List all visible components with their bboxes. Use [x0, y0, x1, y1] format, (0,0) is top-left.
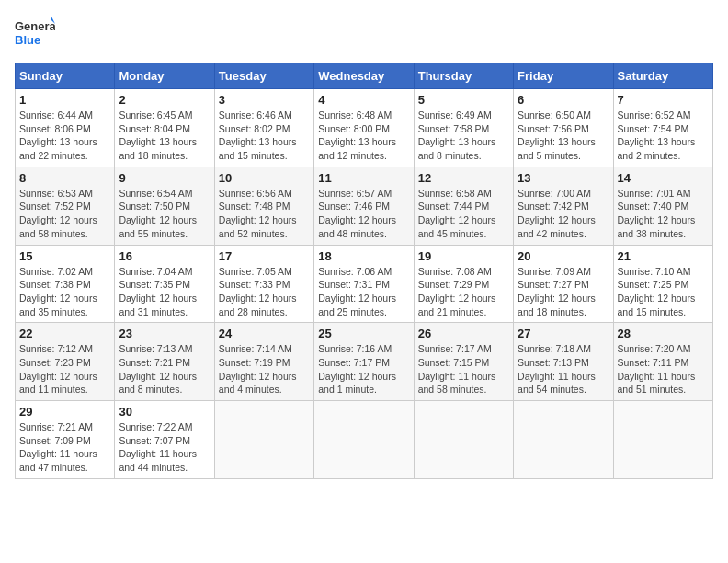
day-number: 16: [119, 249, 210, 263]
calendar-cell: [414, 401, 513, 479]
day-info: Sunrise: 7:14 AM Sunset: 7:19 PM Dayligh…: [219, 342, 310, 396]
calendar-cell: 21Sunrise: 7:10 AM Sunset: 7:25 PM Dayli…: [613, 245, 712, 323]
day-info: Sunrise: 7:18 AM Sunset: 7:13 PM Dayligh…: [518, 342, 609, 396]
day-number: 15: [19, 249, 110, 263]
calendar-cell: [613, 401, 712, 479]
calendar-cell: [514, 401, 613, 479]
day-info: Sunrise: 7:21 AM Sunset: 7:09 PM Dayligh…: [19, 420, 110, 475]
calendar-body: 1Sunrise: 6:44 AM Sunset: 8:06 PM Daylig…: [16, 89, 713, 479]
day-number: 14: [618, 171, 709, 185]
day-number: 24: [219, 327, 310, 340]
day-info: Sunrise: 7:06 AM Sunset: 7:31 PM Dayligh…: [318, 265, 409, 319]
day-number: 3: [219, 93, 310, 107]
calendar-week-4: 22Sunrise: 7:12 AM Sunset: 7:23 PM Dayli…: [16, 323, 713, 401]
weekday-header-row: SundayMondayTuesdayWednesdayThursdayFrid…: [16, 63, 713, 89]
day-number: 25: [318, 327, 409, 340]
day-info: Sunrise: 7:10 AM Sunset: 7:25 PM Dayligh…: [618, 265, 709, 319]
day-info: Sunrise: 7:01 AM Sunset: 7:40 PM Dayligh…: [618, 187, 709, 241]
day-info: Sunrise: 7:00 AM Sunset: 7:42 PM Dayligh…: [518, 187, 609, 241]
day-info: Sunrise: 6:44 AM Sunset: 8:06 PM Dayligh…: [19, 109, 110, 163]
calendar-cell: 14Sunrise: 7:01 AM Sunset: 7:40 PM Dayli…: [613, 167, 712, 245]
weekday-header-sunday: Sunday: [16, 63, 115, 89]
day-number: 21: [618, 249, 709, 263]
day-info: Sunrise: 7:22 AM Sunset: 7:07 PM Dayligh…: [119, 420, 210, 475]
weekday-header-tuesday: Tuesday: [214, 63, 313, 89]
calendar-cell: 20Sunrise: 7:09 AM Sunset: 7:27 PM Dayli…: [514, 245, 613, 323]
day-info: Sunrise: 6:45 AM Sunset: 8:04 PM Dayligh…: [119, 109, 210, 163]
calendar-week-2: 8Sunrise: 6:53 AM Sunset: 7:52 PM Daylig…: [16, 167, 713, 245]
calendar-cell: 27Sunrise: 7:18 AM Sunset: 7:13 PM Dayli…: [514, 323, 613, 401]
day-number: 9: [119, 171, 210, 185]
calendar-cell: 17Sunrise: 7:05 AM Sunset: 7:33 PM Dayli…: [214, 245, 313, 323]
calendar-cell: 2Sunrise: 6:45 AM Sunset: 8:04 PM Daylig…: [115, 89, 214, 167]
calendar-cell: 23Sunrise: 7:13 AM Sunset: 7:21 PM Dayli…: [115, 323, 214, 401]
calendar-cell: 29Sunrise: 7:21 AM Sunset: 7:09 PM Dayli…: [16, 401, 115, 479]
day-info: Sunrise: 6:48 AM Sunset: 8:00 PM Dayligh…: [318, 109, 409, 163]
weekday-header-monday: Monday: [115, 63, 214, 89]
day-number: 22: [19, 327, 110, 340]
day-number: 23: [119, 327, 210, 340]
logo: General Blue: [15, 15, 55, 52]
calendar-week-5: 29Sunrise: 7:21 AM Sunset: 7:09 PM Dayli…: [16, 401, 713, 479]
calendar-cell: 19Sunrise: 7:08 AM Sunset: 7:29 PM Dayli…: [414, 245, 513, 323]
day-info: Sunrise: 7:13 AM Sunset: 7:21 PM Dayligh…: [119, 342, 210, 396]
day-number: 7: [618, 93, 709, 107]
page-header: General Blue: [15, 15, 713, 52]
day-number: 11: [318, 171, 409, 185]
calendar-week-1: 1Sunrise: 6:44 AM Sunset: 8:06 PM Daylig…: [16, 89, 713, 167]
calendar-cell: 1Sunrise: 6:44 AM Sunset: 8:06 PM Daylig…: [16, 89, 115, 167]
calendar-cell: 22Sunrise: 7:12 AM Sunset: 7:23 PM Dayli…: [16, 323, 115, 401]
weekday-header-thursday: Thursday: [414, 63, 513, 89]
day-info: Sunrise: 6:57 AM Sunset: 7:46 PM Dayligh…: [318, 187, 409, 241]
calendar-cell: 30Sunrise: 7:22 AM Sunset: 7:07 PM Dayli…: [115, 401, 214, 479]
day-number: 27: [518, 327, 609, 340]
calendar-cell: 7Sunrise: 6:52 AM Sunset: 7:54 PM Daylig…: [613, 89, 712, 167]
day-number: 5: [418, 93, 509, 107]
day-number: 4: [318, 93, 409, 107]
day-info: Sunrise: 6:52 AM Sunset: 7:54 PM Dayligh…: [618, 109, 709, 163]
day-number: 13: [518, 171, 609, 185]
day-info: Sunrise: 7:12 AM Sunset: 7:23 PM Dayligh…: [19, 342, 110, 396]
calendar-week-3: 15Sunrise: 7:02 AM Sunset: 7:38 PM Dayli…: [16, 245, 713, 323]
calendar-cell: 10Sunrise: 6:56 AM Sunset: 7:48 PM Dayli…: [214, 167, 313, 245]
day-info: Sunrise: 7:05 AM Sunset: 7:33 PM Dayligh…: [219, 265, 310, 319]
day-number: 1: [19, 93, 110, 107]
weekday-header-saturday: Saturday: [613, 63, 712, 89]
calendar-cell: 24Sunrise: 7:14 AM Sunset: 7:19 PM Dayli…: [214, 323, 313, 401]
weekday-header-friday: Friday: [514, 63, 613, 89]
day-number: 12: [418, 171, 509, 185]
calendar-cell: 16Sunrise: 7:04 AM Sunset: 7:35 PM Dayli…: [115, 245, 214, 323]
svg-text:Blue: Blue: [15, 33, 40, 47]
day-info: Sunrise: 7:16 AM Sunset: 7:17 PM Dayligh…: [318, 342, 409, 396]
svg-text:General: General: [15, 19, 55, 33]
day-number: 8: [19, 171, 110, 185]
day-info: Sunrise: 7:02 AM Sunset: 7:38 PM Dayligh…: [19, 265, 110, 319]
day-number: 29: [19, 405, 110, 419]
calendar-table: SundayMondayTuesdayWednesdayThursdayFrid…: [15, 63, 713, 479]
calendar-cell: [314, 401, 414, 479]
calendar-cell: 12Sunrise: 6:58 AM Sunset: 7:44 PM Dayli…: [414, 167, 513, 245]
day-info: Sunrise: 7:17 AM Sunset: 7:15 PM Dayligh…: [418, 342, 509, 396]
day-info: Sunrise: 6:54 AM Sunset: 7:50 PM Dayligh…: [119, 187, 210, 241]
calendar-cell: 28Sunrise: 7:20 AM Sunset: 7:11 PM Dayli…: [613, 323, 712, 401]
day-number: 20: [518, 249, 609, 263]
calendar-cell: 25Sunrise: 7:16 AM Sunset: 7:17 PM Dayli…: [314, 323, 414, 401]
day-info: Sunrise: 7:09 AM Sunset: 7:27 PM Dayligh…: [518, 265, 609, 319]
day-number: 28: [618, 327, 709, 340]
day-info: Sunrise: 6:58 AM Sunset: 7:44 PM Dayligh…: [418, 187, 509, 241]
day-info: Sunrise: 6:49 AM Sunset: 7:58 PM Dayligh…: [418, 109, 509, 163]
day-number: 10: [219, 171, 310, 185]
calendar-cell: 3Sunrise: 6:46 AM Sunset: 8:02 PM Daylig…: [214, 89, 313, 167]
calendar-cell: 5Sunrise: 6:49 AM Sunset: 7:58 PM Daylig…: [414, 89, 513, 167]
calendar-cell: 11Sunrise: 6:57 AM Sunset: 7:46 PM Dayli…: [314, 167, 414, 245]
day-info: Sunrise: 7:20 AM Sunset: 7:11 PM Dayligh…: [618, 342, 709, 396]
day-info: Sunrise: 6:50 AM Sunset: 7:56 PM Dayligh…: [518, 109, 609, 163]
calendar-cell: 4Sunrise: 6:48 AM Sunset: 8:00 PM Daylig…: [314, 89, 414, 167]
calendar-cell: 8Sunrise: 6:53 AM Sunset: 7:52 PM Daylig…: [16, 167, 115, 245]
calendar-cell: 18Sunrise: 7:06 AM Sunset: 7:31 PM Dayli…: [314, 245, 414, 323]
weekday-header-wednesday: Wednesday: [314, 63, 414, 89]
day-info: Sunrise: 6:53 AM Sunset: 7:52 PM Dayligh…: [19, 187, 110, 241]
calendar-cell: [214, 401, 313, 479]
calendar-cell: 26Sunrise: 7:17 AM Sunset: 7:15 PM Dayli…: [414, 323, 513, 401]
day-info: Sunrise: 6:56 AM Sunset: 7:48 PM Dayligh…: [219, 187, 310, 241]
